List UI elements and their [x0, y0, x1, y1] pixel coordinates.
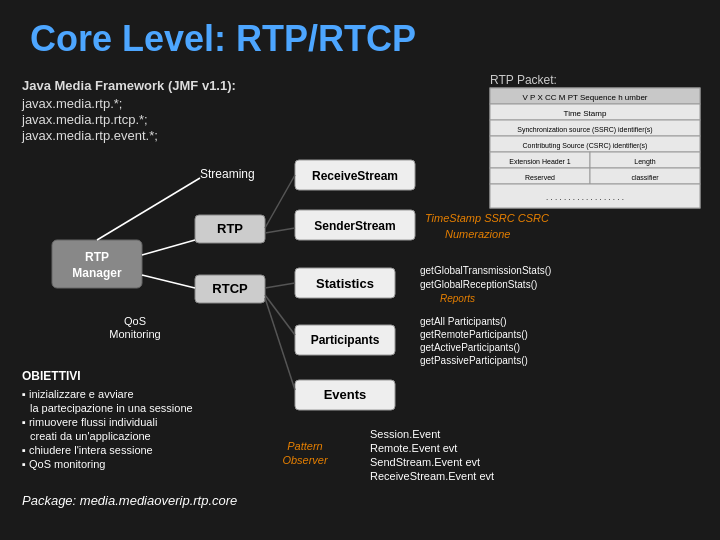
- rtp-timestamp-cell: Time Stamp: [564, 109, 607, 118]
- numerazione-label: Numerazione: [445, 228, 510, 240]
- get-remote-part: getRemoteParticipants(): [420, 329, 528, 340]
- rtp-manager-line1: RTP: [85, 250, 109, 264]
- get-all-part: getAll Participants(): [420, 316, 507, 327]
- line-manager-to-rtp: [142, 240, 195, 255]
- send-stream-event: SendStream.Event evt: [370, 456, 480, 468]
- rtp-contrib-cell: Contributing Source (CSRC) identifier(s): [523, 142, 648, 150]
- receive-stream-event: ReceiveStream.Event evt: [370, 470, 494, 482]
- rtp-length-text: Length: [634, 158, 656, 166]
- participants-label: Participants: [311, 333, 380, 347]
- obiettivi-3: ▪ rimuovere flussi individuali: [22, 416, 157, 428]
- page-title: Core Level: RTP/RTCP: [0, 0, 720, 70]
- obiettivi-2: la partecipazione in una sessione: [30, 402, 193, 414]
- receive-stream-label: ReceiveStream: [312, 169, 398, 183]
- main-content-svg: Java Media Framework (JMF v1.1): javax.m…: [0, 70, 720, 540]
- statistics-label: Statistics: [316, 276, 374, 291]
- rtcp-box-label: RTCP: [212, 281, 248, 296]
- timestamp-label: TimeStamp SSRC CSRC: [425, 212, 549, 224]
- obiettivi-1: ▪ inizializzare e avviare: [22, 388, 134, 400]
- streaming-label: Streaming: [200, 167, 255, 181]
- java-line4: javax.media.rtp.event.*;: [21, 128, 158, 143]
- get-global-trans: getGlobalTransmissionStats(): [420, 265, 551, 276]
- get-global-recep: getGlobalReceptionStats(): [420, 279, 537, 290]
- rtp-box-label: RTP: [217, 221, 243, 236]
- rtp-packet-label: RTP Packet:: [490, 73, 557, 87]
- events-label: Events: [324, 387, 367, 402]
- obiettivi-title: OBIETTIVI: [22, 369, 81, 383]
- rtp-manager-line2: Manager: [72, 266, 122, 280]
- line-rtcp-to-events: [265, 298, 295, 390]
- line-manager-to-rtcp: [142, 275, 195, 288]
- java-line1: Java Media Framework (JMF v1.1):: [22, 78, 236, 93]
- obiettivi-4: creati da un'applicazione: [30, 430, 151, 442]
- observer-label: Observer: [282, 454, 329, 466]
- rtp-reserved-text: Reserved: [525, 174, 555, 181]
- line-rtp-to-receive: [265, 175, 295, 228]
- session-event: Session.Event: [370, 428, 440, 440]
- java-line2: javax.media.rtp.*;: [21, 96, 122, 111]
- sender-stream-label: SenderStream: [314, 219, 395, 233]
- line-rtp-to-sender: [265, 228, 295, 233]
- remote-event: Remote.Event evt: [370, 442, 457, 454]
- obiettivi-5: ▪ chiudere l'intera sessione: [22, 444, 153, 456]
- package-label: Package: media.mediaoverip.rtp.core: [22, 493, 237, 508]
- line-manager-to-streaming: [97, 178, 200, 240]
- rtp-manager-box: [52, 240, 142, 288]
- java-line3: javax.media.rtp.rtcp.*;: [21, 112, 148, 127]
- qos-label-line1: QoS: [124, 315, 146, 327]
- rtp-ext-header-text: Extension Header 1: [509, 158, 571, 165]
- rtp-header-text: V P X CC M PT Sequence h umber: [522, 93, 647, 102]
- get-active-part: getActiveParticipants(): [420, 342, 520, 353]
- rtp-synchro-cell: Synchronization source (SSRC) identifier…: [517, 126, 652, 134]
- obiettivi-6: ▪ QoS monitoring: [22, 458, 105, 470]
- qos-label-line2: Monitoring: [109, 328, 160, 340]
- line-rtcp-to-stats: [265, 283, 295, 288]
- get-passive-part: getPassiveParticipants(): [420, 355, 528, 366]
- line-rtcp-to-part: [265, 295, 295, 335]
- reports-label: Reports: [440, 293, 475, 304]
- rtp-payload-text: . . . . . . . . . . . . . . . . . .: [546, 193, 624, 202]
- pattern-label: Pattern: [287, 440, 322, 452]
- rtp-classifier-text: classifier: [631, 174, 659, 181]
